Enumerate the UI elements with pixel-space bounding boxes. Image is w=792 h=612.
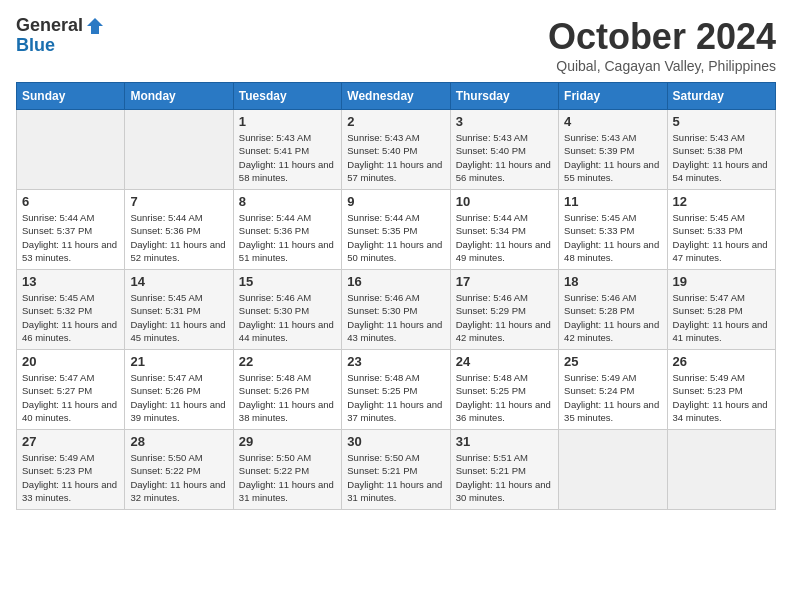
day-number: 21 <box>130 354 227 369</box>
title-area: October 2024 Quibal, Cagayan Valley, Phi… <box>548 16 776 74</box>
calendar-cell: 22Sunrise: 5:48 AMSunset: 5:26 PMDayligh… <box>233 350 341 430</box>
day-number: 11 <box>564 194 661 209</box>
cell-info: Sunrise: 5:49 AMSunset: 5:23 PMDaylight:… <box>22 451 119 504</box>
calendar-cell: 13Sunrise: 5:45 AMSunset: 5:32 PMDayligh… <box>17 270 125 350</box>
cell-info: Sunrise: 5:45 AMSunset: 5:33 PMDaylight:… <box>564 211 661 264</box>
cell-info: Sunrise: 5:44 AMSunset: 5:34 PMDaylight:… <box>456 211 553 264</box>
weekday-saturday: Saturday <box>667 83 775 110</box>
weekday-thursday: Thursday <box>450 83 558 110</box>
calendar-cell: 25Sunrise: 5:49 AMSunset: 5:24 PMDayligh… <box>559 350 667 430</box>
calendar-cell: 15Sunrise: 5:46 AMSunset: 5:30 PMDayligh… <box>233 270 341 350</box>
calendar-cell: 23Sunrise: 5:48 AMSunset: 5:25 PMDayligh… <box>342 350 450 430</box>
cell-info: Sunrise: 5:50 AMSunset: 5:22 PMDaylight:… <box>239 451 336 504</box>
header: General Blue October 2024 Quibal, Cagaya… <box>16 16 776 74</box>
weekday-header-row: SundayMondayTuesdayWednesdayThursdayFrid… <box>17 83 776 110</box>
day-number: 14 <box>130 274 227 289</box>
calendar-cell: 8Sunrise: 5:44 AMSunset: 5:36 PMDaylight… <box>233 190 341 270</box>
subtitle: Quibal, Cagayan Valley, Philippines <box>548 58 776 74</box>
calendar-cell: 28Sunrise: 5:50 AMSunset: 5:22 PMDayligh… <box>125 430 233 510</box>
calendar-cell <box>17 110 125 190</box>
calendar-cell: 27Sunrise: 5:49 AMSunset: 5:23 PMDayligh… <box>17 430 125 510</box>
svg-marker-0 <box>87 18 103 34</box>
day-number: 24 <box>456 354 553 369</box>
day-number: 27 <box>22 434 119 449</box>
calendar-cell: 11Sunrise: 5:45 AMSunset: 5:33 PMDayligh… <box>559 190 667 270</box>
day-number: 15 <box>239 274 336 289</box>
day-number: 6 <box>22 194 119 209</box>
calendar-cell: 21Sunrise: 5:47 AMSunset: 5:26 PMDayligh… <box>125 350 233 430</box>
weekday-sunday: Sunday <box>17 83 125 110</box>
weekday-wednesday: Wednesday <box>342 83 450 110</box>
calendar-cell: 30Sunrise: 5:50 AMSunset: 5:21 PMDayligh… <box>342 430 450 510</box>
day-number: 7 <box>130 194 227 209</box>
cell-info: Sunrise: 5:43 AMSunset: 5:40 PMDaylight:… <box>456 131 553 184</box>
cell-info: Sunrise: 5:48 AMSunset: 5:25 PMDaylight:… <box>456 371 553 424</box>
cell-info: Sunrise: 5:44 AMSunset: 5:37 PMDaylight:… <box>22 211 119 264</box>
cell-info: Sunrise: 5:44 AMSunset: 5:35 PMDaylight:… <box>347 211 444 264</box>
cell-info: Sunrise: 5:51 AMSunset: 5:21 PMDaylight:… <box>456 451 553 504</box>
cell-info: Sunrise: 5:46 AMSunset: 5:28 PMDaylight:… <box>564 291 661 344</box>
day-number: 28 <box>130 434 227 449</box>
cell-info: Sunrise: 5:50 AMSunset: 5:22 PMDaylight:… <box>130 451 227 504</box>
day-number: 12 <box>673 194 770 209</box>
cell-info: Sunrise: 5:46 AMSunset: 5:29 PMDaylight:… <box>456 291 553 344</box>
calendar-cell: 6Sunrise: 5:44 AMSunset: 5:37 PMDaylight… <box>17 190 125 270</box>
weekday-monday: Monday <box>125 83 233 110</box>
cell-info: Sunrise: 5:48 AMSunset: 5:26 PMDaylight:… <box>239 371 336 424</box>
calendar-cell: 1Sunrise: 5:43 AMSunset: 5:41 PMDaylight… <box>233 110 341 190</box>
logo-blue-text: Blue <box>16 36 55 56</box>
cell-info: Sunrise: 5:47 AMSunset: 5:27 PMDaylight:… <box>22 371 119 424</box>
calendar-week-5: 27Sunrise: 5:49 AMSunset: 5:23 PMDayligh… <box>17 430 776 510</box>
calendar-cell: 4Sunrise: 5:43 AMSunset: 5:39 PMDaylight… <box>559 110 667 190</box>
cell-info: Sunrise: 5:45 AMSunset: 5:31 PMDaylight:… <box>130 291 227 344</box>
calendar-week-3: 13Sunrise: 5:45 AMSunset: 5:32 PMDayligh… <box>17 270 776 350</box>
weekday-tuesday: Tuesday <box>233 83 341 110</box>
day-number: 5 <box>673 114 770 129</box>
calendar-cell <box>125 110 233 190</box>
calendar-cell: 26Sunrise: 5:49 AMSunset: 5:23 PMDayligh… <box>667 350 775 430</box>
calendar-cell: 3Sunrise: 5:43 AMSunset: 5:40 PMDaylight… <box>450 110 558 190</box>
day-number: 8 <box>239 194 336 209</box>
calendar-week-1: 1Sunrise: 5:43 AMSunset: 5:41 PMDaylight… <box>17 110 776 190</box>
cell-info: Sunrise: 5:49 AMSunset: 5:23 PMDaylight:… <box>673 371 770 424</box>
logo: General Blue <box>16 16 105 56</box>
day-number: 25 <box>564 354 661 369</box>
cell-info: Sunrise: 5:50 AMSunset: 5:21 PMDaylight:… <box>347 451 444 504</box>
calendar-cell: 18Sunrise: 5:46 AMSunset: 5:28 PMDayligh… <box>559 270 667 350</box>
cell-info: Sunrise: 5:44 AMSunset: 5:36 PMDaylight:… <box>130 211 227 264</box>
cell-info: Sunrise: 5:45 AMSunset: 5:32 PMDaylight:… <box>22 291 119 344</box>
calendar-cell: 10Sunrise: 5:44 AMSunset: 5:34 PMDayligh… <box>450 190 558 270</box>
weekday-friday: Friday <box>559 83 667 110</box>
day-number: 4 <box>564 114 661 129</box>
calendar-cell: 29Sunrise: 5:50 AMSunset: 5:22 PMDayligh… <box>233 430 341 510</box>
calendar-cell <box>667 430 775 510</box>
day-number: 16 <box>347 274 444 289</box>
day-number: 30 <box>347 434 444 449</box>
day-number: 3 <box>456 114 553 129</box>
cell-info: Sunrise: 5:45 AMSunset: 5:33 PMDaylight:… <box>673 211 770 264</box>
calendar-week-4: 20Sunrise: 5:47 AMSunset: 5:27 PMDayligh… <box>17 350 776 430</box>
day-number: 18 <box>564 274 661 289</box>
logo-icon <box>85 16 105 36</box>
calendar-cell: 14Sunrise: 5:45 AMSunset: 5:31 PMDayligh… <box>125 270 233 350</box>
calendar-header: SundayMondayTuesdayWednesdayThursdayFrid… <box>17 83 776 110</box>
calendar-cell: 20Sunrise: 5:47 AMSunset: 5:27 PMDayligh… <box>17 350 125 430</box>
day-number: 20 <box>22 354 119 369</box>
cell-info: Sunrise: 5:44 AMSunset: 5:36 PMDaylight:… <box>239 211 336 264</box>
cell-info: Sunrise: 5:43 AMSunset: 5:38 PMDaylight:… <box>673 131 770 184</box>
calendar-cell: 2Sunrise: 5:43 AMSunset: 5:40 PMDaylight… <box>342 110 450 190</box>
calendar-cell: 7Sunrise: 5:44 AMSunset: 5:36 PMDaylight… <box>125 190 233 270</box>
cell-info: Sunrise: 5:47 AMSunset: 5:26 PMDaylight:… <box>130 371 227 424</box>
calendar-cell: 12Sunrise: 5:45 AMSunset: 5:33 PMDayligh… <box>667 190 775 270</box>
day-number: 23 <box>347 354 444 369</box>
day-number: 10 <box>456 194 553 209</box>
logo-general-text: General <box>16 16 83 36</box>
cell-info: Sunrise: 5:49 AMSunset: 5:24 PMDaylight:… <box>564 371 661 424</box>
cell-info: Sunrise: 5:48 AMSunset: 5:25 PMDaylight:… <box>347 371 444 424</box>
day-number: 17 <box>456 274 553 289</box>
day-number: 29 <box>239 434 336 449</box>
day-number: 1 <box>239 114 336 129</box>
calendar-cell <box>559 430 667 510</box>
cell-info: Sunrise: 5:46 AMSunset: 5:30 PMDaylight:… <box>347 291 444 344</box>
calendar-week-2: 6Sunrise: 5:44 AMSunset: 5:37 PMDaylight… <box>17 190 776 270</box>
